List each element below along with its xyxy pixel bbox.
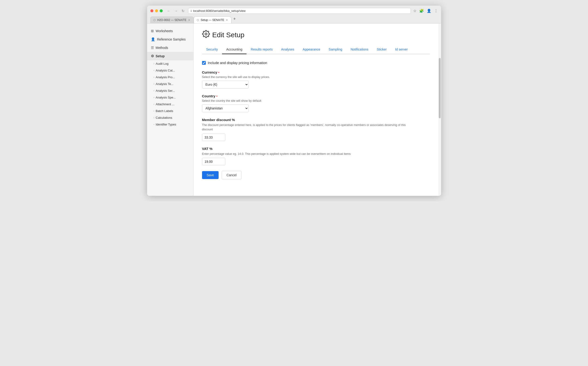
sidebar-subitem-analysis-ser[interactable]: › Analysis Ser... [147, 87, 193, 94]
form-content: Include and display pricing information … [202, 61, 430, 179]
sidebar-subitem-audit-log-label: Audit Log [156, 62, 168, 65]
chevron-icon-attachment: › [154, 103, 154, 106]
pricing-checkbox[interactable] [202, 61, 206, 65]
browser-tab-1[interactable]: ⬡ H2O-0002 — SENAITE ✕ [150, 16, 194, 23]
currency-label-text: Currency [202, 70, 218, 74]
tab-sampling[interactable]: Sampling [324, 45, 346, 54]
reference-samples-icon: 👤 [151, 37, 155, 41]
browser-titlebar: ← → ↻ ℹ ☆ 🧩 👤 ⋮ ⬡ H2O-0002 — SENAITE ✕ [147, 6, 441, 23]
sidebar-subitem-batch-labels-label: Batch Labels [156, 109, 173, 113]
sidebar-subitem-analysis-spe-label: Analysis Spe... [156, 96, 176, 99]
chevron-icon-identifier-types: › [154, 123, 154, 126]
svg-point-0 [205, 33, 207, 35]
sidebar-subitem-attachment-label: Attachment ... [156, 102, 174, 106]
browser-controls: ← → ↻ ℹ ☆ 🧩 👤 ⋮ [150, 8, 438, 14]
tabs-bar: ⬡ H2O-0002 — SENAITE ✕ ⬡ Setup — SENAITE… [150, 15, 438, 23]
sidebar-subitem-analysis-te-label: Analysis Te... [156, 82, 173, 86]
chevron-icon-analysis-ser: › [154, 89, 154, 92]
sidebar-subitem-attachment[interactable]: › Attachment ... [147, 101, 193, 107]
nav-buttons: ← → ↻ [166, 8, 186, 14]
address-bar[interactable] [193, 9, 408, 13]
chevron-icon-analysis-pro: › [154, 76, 154, 78]
forward-button[interactable]: → [173, 8, 179, 14]
new-tab-button[interactable]: + [231, 15, 238, 22]
tab2-label: Setup — SENAITE [201, 18, 224, 22]
page-title-gear-icon [202, 30, 210, 40]
pricing-checkbox-label: Include and display pricing information [208, 61, 267, 65]
country-section: Country• Select the country the site wil… [202, 94, 430, 112]
sidebar-item-setup-label: Setup [156, 54, 165, 58]
tab-results-reports[interactable]: Results reports [247, 45, 277, 54]
currency-select[interactable]: Euro (€) US Dollar ($) British Pound (£)… [202, 81, 249, 88]
tab-appearance[interactable]: Appearance [298, 45, 324, 54]
profile-icon[interactable]: 👤 [427, 9, 431, 13]
sidebar-item-worksheets[interactable]: ⊞ Worksheets [147, 27, 193, 35]
minimize-button[interactable] [155, 9, 158, 12]
member-discount-section: Member discount % The discount percentag… [202, 118, 430, 141]
tabs-navigation: Security Accounting Results reports Anal… [202, 45, 430, 54]
vat-label: VAT % [202, 147, 430, 151]
cancel-button[interactable]: Cancel [222, 171, 242, 179]
worksheets-icon: ⊞ [151, 29, 154, 33]
save-button[interactable]: Save [202, 171, 219, 179]
currency-required-indicator: • [218, 70, 219, 74]
country-label-text: Country [202, 94, 216, 98]
member-discount-input[interactable] [202, 134, 225, 141]
tab1-close[interactable]: ✕ [188, 19, 190, 22]
main-content: Edit Setup Security Accounting Results r… [194, 23, 438, 196]
sidebar-subitem-analysis-cat[interactable]: › Analysis Cat... [147, 67, 193, 74]
sidebar-item-reference-samples-label: Reference Samples [157, 38, 186, 41]
chevron-icon-calculations: › [154, 116, 154, 119]
vat-input[interactable] [202, 158, 225, 165]
sidebar-subitem-identifier-types-label: Identifier Types [156, 123, 176, 126]
chevron-icon-analysis-spe: › [154, 96, 154, 99]
sidebar-subitem-batch-labels[interactable]: › Batch Labels [147, 107, 193, 114]
pricing-checkbox-row: Include and display pricing information [202, 61, 430, 65]
close-button[interactable] [150, 9, 153, 12]
sidebar-subitem-analysis-te[interactable]: › Analysis Te... [147, 81, 193, 87]
sidebar-subitem-calculations[interactable]: › Calculations [147, 114, 193, 121]
reload-button[interactable]: ↻ [181, 8, 186, 14]
tab-analyses[interactable]: Analyses [277, 45, 299, 54]
bookmark-icon[interactable]: ☆ [413, 9, 416, 13]
address-bar-container: ℹ [188, 8, 411, 14]
tab-notifications[interactable]: Notifications [346, 45, 372, 54]
country-description: Select the country the site will show by… [202, 99, 430, 102]
extensions-icon[interactable]: 🧩 [419, 9, 424, 13]
sidebar-subitem-analysis-cat-label: Analysis Cat... [156, 69, 175, 72]
tab-security[interactable]: Security [202, 45, 222, 54]
chevron-icon-batch-labels: › [154, 110, 154, 112]
vat-section: VAT % Enter percentage value eg. 14.0. T… [202, 147, 430, 166]
sidebar-item-reference-samples[interactable]: 👤 Reference Samples [147, 35, 193, 44]
menu-icon[interactable]: ⋮ [434, 9, 438, 13]
tab2-close[interactable]: ✕ [226, 19, 228, 22]
browser-toolbar-right: ☆ 🧩 👤 ⋮ [413, 9, 438, 13]
country-label: Country• [202, 94, 430, 98]
member-discount-description: The discount percentage entered here, is… [202, 123, 412, 132]
sidebar-subitem-audit-log[interactable]: › Audit Log [147, 60, 193, 67]
sidebar-subitem-analysis-pro-label: Analysis Pro... [156, 76, 175, 79]
chevron-icon-audit-log: › [154, 62, 154, 65]
page-title: Edit Setup [202, 30, 430, 40]
country-select[interactable]: Afghanistan Albania Algeria Australia Au… [202, 104, 249, 112]
sidebar-subitem-identifier-types[interactable]: › Identifier Types [147, 121, 193, 128]
scrollbar-thumb[interactable] [439, 58, 441, 118]
security-icon: ℹ [191, 9, 192, 13]
page-layout: ⊞ Worksheets 👤 Reference Samples ☰ Metho… [147, 23, 441, 196]
sidebar-item-methods[interactable]: ☰ Methods [147, 44, 193, 52]
chevron-icon-analysis-cat: › [154, 69, 154, 72]
tab-sticker[interactable]: Sticker [372, 45, 391, 54]
tab-id-server[interactable]: Id server [391, 45, 412, 54]
sidebar-subitem-analysis-spe[interactable]: › Analysis Spe... [147, 94, 193, 101]
currency-section: Currency• Select the currency the site w… [202, 70, 430, 88]
country-required-indicator: • [216, 94, 218, 98]
back-button[interactable]: ← [166, 8, 172, 14]
scrollbar-track[interactable] [438, 23, 441, 196]
tab-accounting[interactable]: Accounting [222, 45, 247, 54]
sidebar: ⊞ Worksheets 👤 Reference Samples ☰ Metho… [147, 23, 194, 196]
sidebar-subitem-analysis-pro[interactable]: › Analysis Pro... [147, 74, 193, 81]
browser-tab-2[interactable]: ⬡ Setup — SENAITE ✕ [194, 16, 231, 23]
maximize-button[interactable] [160, 9, 163, 12]
sidebar-item-worksheets-label: Worksheets [156, 29, 173, 33]
sidebar-item-setup[interactable]: ⚙ Setup [147, 52, 193, 60]
